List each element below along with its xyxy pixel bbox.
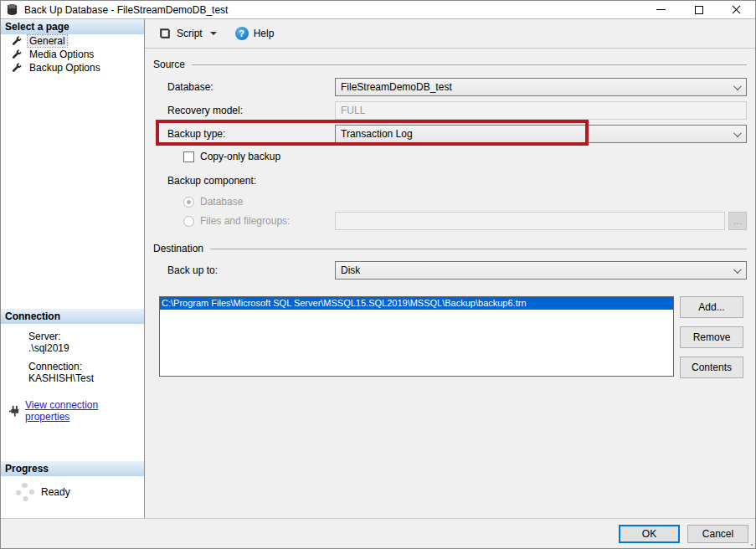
title-bar: Back Up Database - FileStreamDemoDB_test [1,1,755,19]
minimize-icon [656,9,666,10]
add-button[interactable]: Add... [680,296,743,318]
maximize-icon [695,6,703,14]
wrench-icon [12,49,22,59]
database-icon [6,3,18,16]
resize-grip[interactable] [751,544,753,546]
back-up-to-combobox[interactable]: Disk [335,261,747,280]
copy-only-backup-label: Copy-only backup [200,151,280,162]
chevron-down-icon [733,82,742,90]
wrench-icon [12,36,22,46]
files-filegroups-field [335,212,725,230]
sidebar-item-general[interactable]: General [1,34,144,48]
database-combobox[interactable]: FileStreamDemoDB_test [335,78,747,96]
recovery-model-field: FULL [335,101,747,120]
chevron-down-icon [733,129,742,137]
progress-spinner-icon [16,483,34,501]
sidebar-item-label: Backup Options [28,62,102,74]
back-up-to-label: Back up to: [153,264,335,276]
connection-label: Connection: [28,361,144,372]
select-a-page-header: Select a page [1,19,144,34]
close-icon [732,5,741,14]
server-value: .\sql2019 [28,342,144,354]
script-label: Script [177,28,203,39]
sidebar-item-media-options[interactable]: Media Options [1,48,144,61]
script-dropdown-icon [210,32,217,35]
help-label: Help [254,28,275,39]
window-title: Back Up Database - FileStreamDemoDB_test [24,4,228,16]
server-label: Server: [28,331,144,342]
destination-section-label: Destination [153,243,203,254]
backup-path-item[interactable]: C:\Program Files\Microsoft SQL Server\MS… [160,297,673,310]
wrench-icon [12,63,22,73]
connection-header: Connection [1,309,144,324]
backup-database-dialog: Back Up Database - FileStreamDemoDB_test… [0,0,756,549]
cancel-button[interactable]: Cancel [687,525,748,543]
main-panel: Script ? Help Source Database: File [145,19,755,518]
maximize-button[interactable] [680,1,717,18]
source-section-label: Source [153,59,185,70]
browse-button: ... [728,212,747,230]
database-radio-label: Database [200,196,243,208]
contents-button[interactable]: Contents [680,357,743,378]
sidebar-item-label: Media Options [28,49,95,60]
minimize-button[interactable] [642,1,680,18]
source-section-divider [192,64,747,65]
chevron-down-icon [733,265,742,274]
help-icon: ? [235,27,249,40]
backup-component-label: Backup component: [153,175,747,187]
footer-bar: OK Cancel [1,518,755,548]
backup-destination-list[interactable]: C:\Program Files\Microsoft SQL Server\MS… [159,296,674,377]
files-filegroups-radio-label: Files and filegroups: [200,215,290,227]
script-icon [158,27,172,40]
remove-button[interactable]: Remove [680,326,743,348]
toolbar: Script ? Help [145,19,755,49]
recovery-model-value: FULL [341,105,365,116]
sidebar-item-label: General [28,35,67,47]
progress-status: Ready [41,486,70,498]
sidebar: Select a page General Media Options Back… [1,19,145,518]
backup-type-value: Transaction Log [341,128,733,140]
general-page-content: Source Database: FileStreamDemoDB_test R… [145,49,755,518]
help-button[interactable]: ? Help [220,24,278,43]
ok-button[interactable]: OK [619,525,680,543]
recovery-model-label: Recovery model: [153,105,335,116]
progress-header: Progress [1,461,144,476]
script-button[interactable]: Script [155,24,220,43]
database-label: Database: [153,81,335,93]
close-button[interactable] [717,1,755,18]
view-connection-properties-link[interactable]: View connection properties [25,399,144,423]
copy-only-backup-checkbox[interactable] [183,151,194,162]
back-up-to-value: Disk [341,264,733,276]
files-filegroups-radio [183,216,194,227]
backup-type-label: Backup type: [153,128,335,140]
destination-section-divider [210,249,747,249]
connection-plug-icon [8,405,21,418]
backup-type-combobox[interactable]: Transaction Log [335,125,747,143]
database-value: FileStreamDemoDB_test [341,81,733,93]
database-radio [183,197,194,208]
connection-value: KASHISH\Test [28,372,144,384]
sidebar-item-backup-options[interactable]: Backup Options [1,61,144,74]
